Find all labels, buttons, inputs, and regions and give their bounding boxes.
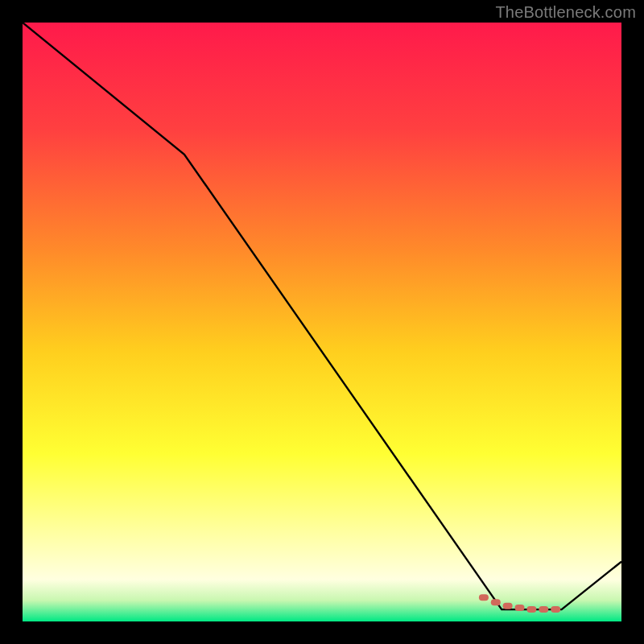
highlight-marker xyxy=(515,605,525,611)
highlight-marker xyxy=(503,603,513,609)
highlight-marker xyxy=(551,606,560,613)
chart-frame: TheBottleneck.com xyxy=(0,0,644,644)
highlight-marker xyxy=(539,606,548,613)
plot-area-border xyxy=(23,23,621,621)
gradient-plot xyxy=(23,23,621,621)
highlight-marker xyxy=(479,594,489,601)
watermark-text: TheBottleneck.com xyxy=(495,3,636,22)
gradient-background xyxy=(23,23,621,621)
highlight-marker xyxy=(526,606,536,613)
highlight-marker xyxy=(491,599,501,605)
